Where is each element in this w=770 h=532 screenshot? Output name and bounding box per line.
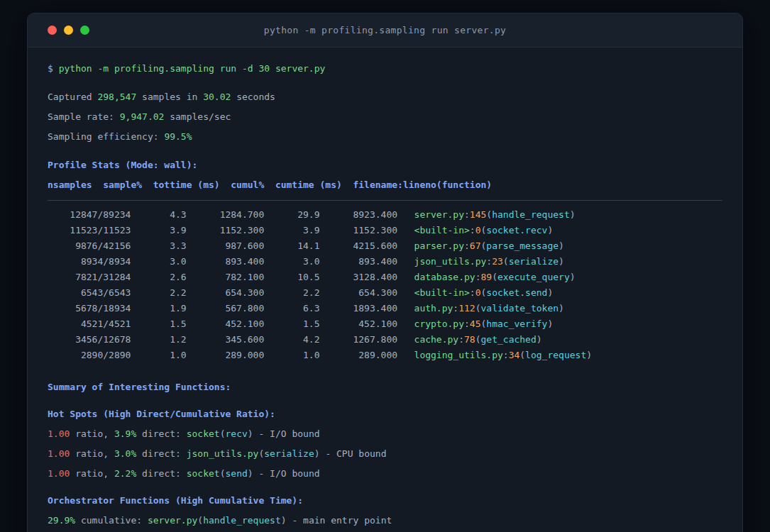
table-row: 7821/31284 2.6 782.100 10.5 3128.400 dat… — [48, 270, 722, 285]
text-segment: samples in — [136, 92, 203, 102]
window-title: python -m profiling.sampling run server.… — [28, 25, 742, 35]
zoom-button[interactable] — [80, 26, 89, 35]
text-segment: ) — [314, 448, 320, 459]
text-segment: 0 — [475, 287, 481, 298]
text-segment: server.py — [414, 209, 464, 220]
table-divider — [48, 200, 722, 201]
text-segment: 30.02 — [203, 92, 231, 102]
text-segment: validate_token — [481, 303, 559, 314]
text-segment: socket.send — [486, 287, 547, 298]
text-segment: ( — [220, 468, 226, 479]
table-row: 12847/89234 4.3 1284.700 29.9 8923.400 s… — [48, 207, 722, 223]
text-segment: 2.2% — [114, 468, 136, 479]
spacer — [48, 147, 722, 155]
spacer — [48, 79, 722, 87]
profile-stats-heading: Profile Stats (Mode: wall): — [48, 155, 722, 175]
text-segment: : — [458, 334, 464, 345]
text-segment: ) — [281, 515, 287, 526]
text-segment: socket — [187, 468, 220, 479]
text-segment: send — [226, 468, 248, 479]
text-segment: ( — [220, 428, 226, 439]
text-segment: ( — [486, 209, 492, 220]
text-segment: server.py — [148, 515, 197, 526]
text-segment: get_cached — [481, 334, 537, 345]
captured-line: Captured 298,547 samples in 30.02 second… — [48, 87, 722, 107]
text-segment: database.py — [414, 272, 475, 282]
text-segment: ) — [248, 428, 253, 439]
text-segment: 9876/42156 3.3 987.600 14.1 4215.600 — [48, 240, 414, 251]
orchestrator-heading: Orchestrator Functions (High Cumulative … — [48, 491, 722, 511]
table-row: 4521/4521 1.5 452.100 1.5 452.100 crypto… — [48, 316, 722, 332]
text-segment: <built-in> — [414, 225, 470, 235]
text-segment: Hot Spots (High Direct/Cumulative Ratio)… — [48, 409, 275, 419]
text-segment: ) — [570, 272, 576, 282]
text-segment: socket — [187, 428, 220, 439]
text-segment: parser.py — [414, 240, 464, 251]
text-segment: : — [470, 287, 475, 298]
text-segment: Captured — [48, 92, 97, 102]
column-header: nsamples sample% tottime (ms) cumul% cum… — [48, 175, 722, 195]
text-segment: 3.0% — [114, 448, 136, 459]
text-segment: seconds — [231, 92, 275, 102]
summary-heading: Summary of Interesting Functions: — [48, 377, 722, 397]
text-segment: ) — [547, 287, 553, 298]
text-segment: Summary of Interesting Functions: — [48, 382, 231, 392]
text-segment: - CPU bound — [320, 448, 387, 459]
text-segment: - main entry point — [287, 515, 392, 526]
text-segment: ) — [537, 334, 542, 345]
terminal-window: python -m profiling.sampling run server.… — [27, 13, 743, 532]
text-segment: direct: — [136, 448, 186, 459]
text-segment: ( — [475, 334, 481, 345]
text-segment: : — [453, 303, 458, 314]
text-segment: ( — [492, 272, 497, 282]
text-segment: 12847/89234 4.3 1284.700 29.9 8923.400 — [48, 209, 414, 220]
text-segment: 1.00 — [48, 448, 70, 459]
text-segment: 29.9% — [48, 515, 75, 526]
text-segment: 3456/12678 1.2 345.600 4.2 1267.800 — [48, 334, 414, 345]
text-segment: nsamples sample% tottime (ms) cumul% cum… — [48, 179, 492, 190]
hot-spot-line: 1.00 ratio, 3.0% direct: json_utils.py(s… — [48, 444, 722, 464]
text-segment: : — [470, 225, 475, 235]
text-segment: <built-in> — [414, 287, 470, 298]
text-segment: 7821/31284 2.6 782.100 10.5 3128.400 — [48, 272, 414, 282]
hot-spots-heading: Hot Spots (High Direct/Cumulative Ratio)… — [48, 404, 722, 424]
orchestrator-line: 29.9% cumulative: server.py(handle_reque… — [48, 511, 722, 531]
text-segment: cache.py — [414, 334, 459, 345]
terminal-titlebar: python -m profiling.sampling run server.… — [28, 13, 742, 48]
text-segment: ) — [559, 303, 564, 314]
spacer — [48, 363, 722, 377]
text-segment: ) — [559, 240, 564, 251]
text-segment: json_utils.py — [187, 448, 259, 459]
text-segment: ratio, — [70, 428, 114, 439]
minimize-button[interactable] — [64, 26, 73, 35]
text-segment: Profile Stats (Mode: wall): — [48, 160, 197, 170]
table-row: 11523/11523 3.9 1152.300 3.9 1152.300 <b… — [48, 223, 722, 238]
text-segment: json_utils.py — [414, 256, 487, 267]
text-segment: 11523/11523 3.9 1152.300 3.9 1152.300 — [48, 225, 414, 235]
text-segment: 6543/6543 2.2 654.300 2.2 654.300 — [48, 287, 414, 298]
spacer — [48, 484, 722, 491]
table-row: 2890/2890 1.0 289.000 1.0 289.000 loggin… — [48, 348, 722, 363]
text-segment: Sampling efficiency: — [48, 131, 164, 142]
text-segment: 5678/18934 1.9 567.800 6.3 1893.400 — [48, 303, 414, 314]
text-segment: serialize — [509, 256, 559, 267]
text-segment: ( — [197, 515, 203, 526]
text-segment: 45 — [470, 318, 481, 329]
close-button[interactable] — [48, 26, 57, 35]
text-segment: ( — [519, 350, 525, 360]
text-segment: handle_request — [492, 209, 570, 220]
text-segment: hmac_verify — [486, 318, 547, 329]
text-segment: 67 — [470, 240, 481, 251]
text-segment: serialize — [264, 448, 314, 459]
text-segment: 34 — [509, 350, 520, 360]
text-segment: 0 — [475, 225, 481, 235]
text-segment: 9,947.02 — [120, 111, 165, 122]
text-segment: handle_request — [203, 515, 281, 526]
text-segment: : — [464, 209, 470, 220]
text-segment: 99.5% — [164, 131, 192, 142]
text-segment: : — [486, 256, 492, 267]
text-segment: ratio, — [70, 468, 114, 479]
text-segment: : — [464, 240, 470, 251]
sample-rate-line: Sample rate: 9,947.02 samples/sec — [48, 107, 722, 127]
text-segment: crypto.py — [414, 318, 464, 329]
